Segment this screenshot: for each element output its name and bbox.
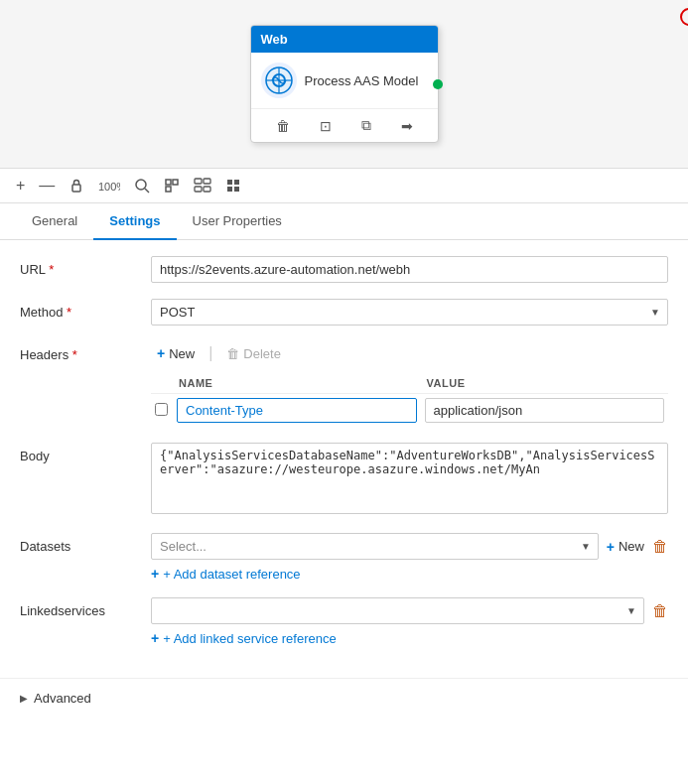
svg-rect-4	[72, 185, 80, 192]
body-row: Body {"AnalysisServicesDatabaseName":"Ad…	[20, 443, 668, 517]
table-row	[151, 394, 668, 428]
headers-new-btn[interactable]: + New	[151, 341, 201, 365]
method-label: Method *	[20, 299, 139, 320]
datasets-inner-row: Select... ▼ + New 🗑	[151, 533, 668, 560]
url-input[interactable]	[151, 256, 668, 283]
svg-point-6	[136, 180, 146, 190]
svg-rect-18	[234, 187, 239, 192]
datasets-select-wrapper: Select... ▼	[151, 533, 599, 560]
lock-btn[interactable]	[65, 176, 88, 196]
datasets-new-btn[interactable]: + New	[607, 539, 644, 555]
add-linked-plus-icon: +	[151, 630, 159, 646]
headers-control: + New | 🗑 Delete NAME VALUE	[151, 341, 668, 427]
advanced-row[interactable]: ▶ Advanced	[0, 678, 688, 718]
node-status-dot	[433, 79, 443, 89]
zoom-remove-btn[interactable]: —	[35, 175, 59, 196]
svg-rect-9	[173, 180, 178, 185]
svg-rect-10	[166, 187, 171, 192]
add-dataset-plus-icon: +	[151, 566, 159, 582]
node-edit-btn[interactable]: ⊡	[316, 115, 336, 136]
node-card[interactable]: Web Process AAS Model 🗑 ⊡ ⧉ ➡	[250, 25, 439, 143]
tab-user-properties[interactable]: User Properties	[177, 203, 298, 240]
headers-table: NAME VALUE	[151, 373, 668, 427]
datasets-row: Datasets Select... ▼ + New 🗑 + + Add dat…	[20, 533, 668, 582]
form-area: URL * Method * POST GET PUT DELETE ▼	[0, 240, 688, 678]
grid-btn[interactable]	[221, 176, 245, 196]
header-row-checkbox[interactable]	[155, 403, 168, 416]
svg-rect-17	[227, 187, 232, 192]
add-dataset-ref-btn[interactable]: + + Add dataset reference	[151, 566, 301, 582]
datasets-delete-btn[interactable]: 🗑	[652, 538, 668, 556]
linked-select-wrapper: ▼	[151, 597, 644, 624]
header-value-input[interactable]	[425, 398, 665, 423]
select-btn[interactable]	[160, 176, 184, 196]
svg-rect-11	[195, 179, 202, 184]
method-select-wrapper: POST GET PUT DELETE ▼	[151, 299, 668, 326]
url-label: URL *	[20, 256, 139, 277]
svg-line-7	[145, 189, 149, 193]
url-control	[151, 256, 668, 283]
headers-check-col	[151, 373, 173, 394]
method-control: POST GET PUT DELETE ▼	[151, 299, 668, 326]
svg-rect-12	[204, 179, 210, 184]
datasets-plus-icon: +	[607, 539, 615, 555]
linkedservices-delete-btn[interactable]: 🗑	[652, 602, 668, 620]
body-textarea[interactable]: {"AnalysisServicesDatabaseName":"Adventu…	[151, 443, 668, 514]
svg-rect-14	[204, 187, 210, 192]
svg-rect-8	[166, 180, 171, 185]
method-select[interactable]: POST GET PUT DELETE	[151, 299, 668, 326]
node-header: Web	[251, 26, 438, 53]
toolbar: + — 100%	[0, 169, 688, 203]
url-row: URL *	[20, 256, 668, 283]
linkedservices-row: Linkedservices ▼ 🗑 + + Add linked servic…	[20, 597, 668, 646]
tab-general[interactable]: General	[16, 203, 93, 240]
fit-btn[interactable]	[130, 176, 154, 196]
tab-bar: General Settings User Properties	[0, 203, 688, 240]
node-actions: 🗑 ⊡ ⧉ ➡	[251, 108, 438, 142]
headers-name-col: NAME	[173, 373, 421, 394]
linkedservices-control: ▼ 🗑 + + Add linked service reference	[151, 597, 668, 646]
canvas-area: Web Process AAS Model 🗑 ⊡ ⧉ ➡	[0, 0, 688, 169]
node-title: Process AAS Model	[305, 73, 419, 88]
node-arrow-btn[interactable]: ➡	[397, 115, 417, 136]
node-header-label: Web	[261, 32, 288, 47]
headers-value-col: VALUE	[421, 373, 669, 394]
datasets-control: Select... ▼ + New 🗑 + + Add dataset refe…	[151, 533, 668, 582]
zoom-100-btn[interactable]: 100%	[94, 176, 124, 196]
node-body: Process AAS Model	[251, 53, 438, 108]
svg-rect-13	[195, 187, 202, 192]
plus-icon: +	[157, 345, 165, 361]
body-label: Body	[20, 443, 139, 463]
headers-delete-btn[interactable]: 🗑 Delete	[220, 342, 287, 365]
node-delete-btn[interactable]: 🗑	[272, 115, 294, 136]
zoom-add-btn[interactable]: +	[12, 175, 29, 196]
add-linked-ref-btn[interactable]: + + Add linked service reference	[151, 630, 337, 646]
datasets-select[interactable]: Select...	[151, 533, 599, 560]
svg-text:100%: 100%	[98, 181, 120, 193]
headers-row: Headers * + New | 🗑 Delete NAME	[20, 341, 668, 427]
svg-rect-15	[227, 180, 232, 185]
datasets-label: Datasets	[20, 533, 139, 554]
linkedservices-select[interactable]	[151, 597, 644, 624]
headers-label: Headers *	[20, 341, 139, 362]
node-icon	[261, 63, 297, 98]
svg-rect-16	[234, 180, 239, 185]
tab-settings[interactable]: Settings	[93, 203, 176, 240]
headers-toolbar: + New | 🗑 Delete	[151, 341, 668, 365]
error-indicator	[680, 8, 688, 26]
method-row: Method * POST GET PUT DELETE ▼	[20, 299, 668, 326]
advanced-label: Advanced	[34, 691, 91, 706]
body-control: {"AnalysisServicesDatabaseName":"Adventu…	[151, 443, 668, 517]
header-name-input[interactable]	[177, 398, 417, 423]
linked-services-inner: ▼ 🗑	[151, 597, 668, 624]
trash-icon: 🗑	[226, 346, 239, 361]
advanced-chevron-icon: ▶	[20, 693, 28, 704]
layout-btn[interactable]	[190, 176, 215, 196]
node-copy-btn[interactable]: ⧉	[357, 115, 375, 136]
linkedservices-label: Linkedservices	[20, 597, 139, 618]
